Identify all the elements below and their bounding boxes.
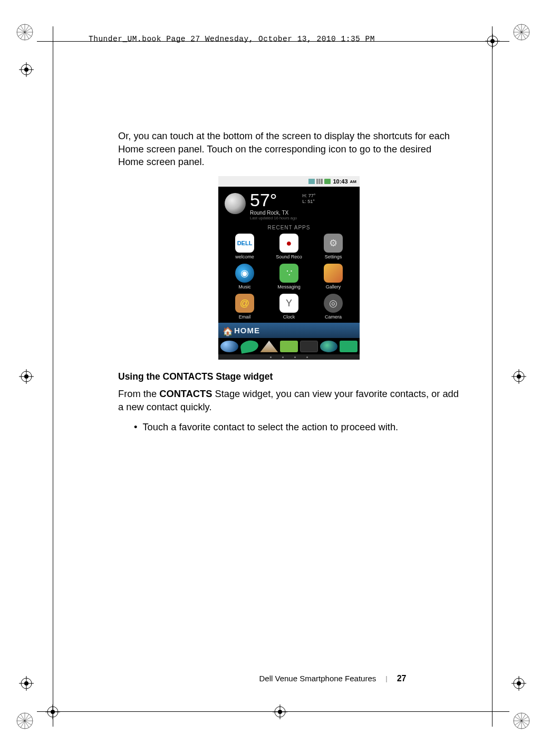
app-sound-recorder[interactable]: ●Sound Reco xyxy=(268,234,310,259)
recent-apps-label: RECENT APPS xyxy=(221,225,356,230)
bullet-item: • Touch a favorite contact to select the… xyxy=(134,421,460,434)
page-content: Or, you can touch at the bottom of the s… xyxy=(118,130,460,434)
weather-updated: Last updated 16 hours ago xyxy=(250,216,297,220)
registration-mark-bl xyxy=(16,712,34,730)
weather-hi: H: 77° xyxy=(302,193,315,199)
footer-section-title: Dell Venue Smartphone Features xyxy=(259,674,376,683)
paragraph-contacts: From the CONTACTS Stage widget, you can … xyxy=(118,388,460,413)
pager-dot-4[interactable] xyxy=(280,341,298,352)
weather-temp: 57° xyxy=(250,191,297,209)
pager-dot-7[interactable] xyxy=(340,341,358,352)
target-icon xyxy=(19,62,34,77)
footer-page-number: 27 xyxy=(397,674,407,683)
pager-dot-5[interactable] xyxy=(300,341,318,352)
app-clock[interactable]: YClock xyxy=(268,294,310,320)
paragraph-intro: Or, you can touch at the bottom of the s… xyxy=(118,130,460,169)
app-settings[interactable]: ⚙Settings xyxy=(312,234,354,259)
network-icon xyxy=(308,179,315,184)
registration-mark-br xyxy=(513,712,530,730)
app-messaging[interactable]: ∵Messaging xyxy=(268,264,310,289)
app-camera[interactable]: ◎Camera xyxy=(312,294,354,320)
pager-dot-2[interactable] xyxy=(239,339,259,354)
microphone-icon: ● xyxy=(279,234,298,253)
app-welcome[interactable]: DELLwelcome xyxy=(224,234,266,259)
registration-mark-tr xyxy=(513,23,530,41)
page-footer: Dell Venue Smartphone Features | 27 xyxy=(0,674,560,684)
subheading-contacts-widget: Using the CONTACTS Stage widget xyxy=(118,371,460,382)
target-icon xyxy=(273,704,287,719)
status-time: 10:43 xyxy=(333,178,347,185)
bullet-icon: • xyxy=(134,421,137,434)
pager-dot-6[interactable] xyxy=(320,341,338,352)
crop-line-left xyxy=(53,26,53,727)
home-panel-pager xyxy=(218,338,360,354)
email-icon: @ xyxy=(235,294,254,313)
clock-icon: Y xyxy=(279,294,298,313)
weather-lo: L: 51° xyxy=(302,199,315,205)
moon-icon xyxy=(225,193,246,214)
home-panel-label[interactable]: 🏠 HOME xyxy=(218,323,360,338)
pager-dot-3[interactable] xyxy=(260,341,278,352)
gallery-icon xyxy=(324,264,343,283)
battery-icon xyxy=(324,179,331,184)
welcome-icon: DELL xyxy=(235,234,254,253)
camera-icon: ◎ xyxy=(324,294,343,313)
app-music[interactable]: ◉Music xyxy=(224,264,266,289)
target-icon xyxy=(485,34,500,49)
pager-dot-1[interactable] xyxy=(220,341,238,352)
status-bar: 10:43 AM xyxy=(218,176,360,187)
footer-separator: | xyxy=(385,674,387,682)
weather-widget: 57° Round Rock, TX Last updated 16 hours… xyxy=(221,190,356,223)
running-head: Thunder_UM.book Page 27 Wednesday, Octob… xyxy=(89,35,375,43)
crop-line-right xyxy=(492,26,493,727)
app-email[interactable]: @Email xyxy=(224,294,266,320)
phone-nav-bar xyxy=(218,354,360,360)
settings-icon: ⚙ xyxy=(324,234,343,253)
home-icon: 🏠 xyxy=(223,326,231,335)
target-icon xyxy=(19,369,34,384)
phone-screenshot: 10:43 AM 57° Round Rock, TX Last updated… xyxy=(118,176,460,360)
registration-mark-tl xyxy=(16,23,34,41)
messaging-icon: ∵ xyxy=(279,264,298,283)
target-icon xyxy=(511,369,526,384)
target-icon xyxy=(45,704,60,719)
status-ampm: AM xyxy=(350,179,356,184)
app-grid: DELLwelcome ●Sound Reco ⚙Settings ◉Music… xyxy=(221,234,356,323)
signal-icon xyxy=(316,179,323,184)
weather-location: Round Rock, TX xyxy=(250,210,297,216)
app-gallery[interactable]: Gallery xyxy=(312,264,354,289)
music-icon: ◉ xyxy=(235,264,254,283)
